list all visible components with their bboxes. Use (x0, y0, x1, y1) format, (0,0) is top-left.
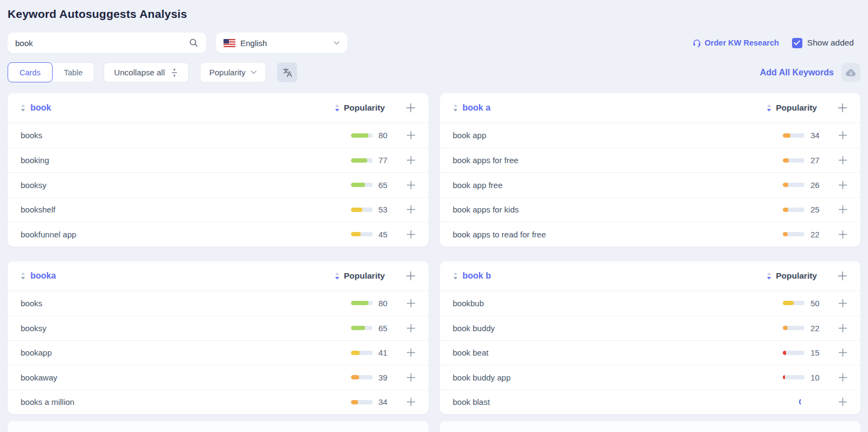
show-added-toggle[interactable]: Show added (792, 38, 854, 48)
card-title-sort[interactable]: booka (21, 271, 335, 281)
chevron-down-icon (334, 41, 340, 45)
popularity-sort[interactable]: Popularity (335, 103, 385, 113)
translate-button[interactable] (277, 62, 297, 82)
view-toggle-cards[interactable]: Cards (8, 62, 53, 82)
keyword-label: book beat (453, 348, 783, 357)
add-keyword-button[interactable] (406, 131, 416, 140)
add-keyword-button[interactable] (406, 348, 416, 357)
add-keyword-button[interactable] (406, 299, 416, 308)
search-input[interactable] (15, 38, 189, 48)
add-keyword-button[interactable] (406, 397, 416, 407)
uncollapse-all-button[interactable]: Uncollapse all (104, 62, 188, 82)
search-row: English Order KW Research (8, 33, 860, 53)
order-kw-research-label: Order KW Research (705, 38, 779, 47)
card-title-sort[interactable]: book b (453, 271, 767, 281)
add-all-keywords-link[interactable]: Add All Keywords (760, 68, 834, 78)
add-keyword-button[interactable] (838, 131, 847, 140)
sort-arrows-icon (335, 272, 340, 280)
show-added-checkbox[interactable] (792, 38, 802, 48)
popularity-value: 80 (379, 299, 388, 308)
add-keyword-button[interactable] (838, 373, 847, 382)
popularity-sort[interactable]: Popularity (335, 271, 385, 281)
loading-spinner (799, 398, 807, 406)
popularity-metric: 53 (351, 205, 392, 214)
keyword-row: booking 77 (8, 148, 429, 173)
sort-arrows-icon (21, 272, 25, 280)
add-keyword-button[interactable] (406, 230, 416, 239)
card-title-sort[interactable]: book a (453, 103, 767, 113)
keyword-row: book app 34 (440, 123, 861, 148)
popularity-bar (351, 232, 373, 236)
language-select[interactable]: English (216, 33, 347, 53)
keyword-row: bookaway 39 (8, 365, 429, 390)
sort-arrows-icon (767, 272, 771, 280)
add-card-keywords-button[interactable] (838, 103, 847, 113)
popularity-bar (783, 208, 805, 212)
add-keyword-button[interactable] (838, 156, 847, 165)
add-keyword-button[interactable] (406, 324, 416, 333)
popularity-value: 10 (810, 373, 820, 382)
view-toggle-table[interactable]: Table (53, 62, 95, 82)
keyword-label: book buddy (453, 324, 783, 333)
export-cloud-button[interactable] (841, 63, 860, 82)
keyword-label: book apps for free (453, 156, 783, 165)
add-keyword-button[interactable] (838, 230, 847, 239)
keyword-label: booksy (21, 180, 351, 190)
add-keyword-button[interactable] (838, 299, 847, 308)
card-title-sort[interactable]: book (21, 103, 335, 113)
search-icon[interactable] (189, 38, 199, 48)
add-card-keywords-button[interactable] (406, 103, 416, 113)
popularity-metric: 45 (351, 230, 392, 239)
headset-icon (692, 38, 701, 48)
add-keyword-button[interactable] (838, 180, 847, 190)
add-keyword-button[interactable] (406, 205, 416, 214)
sort-arrows-icon (21, 104, 25, 112)
card-stub (440, 421, 861, 432)
popularity-metric: 15 (783, 348, 824, 357)
popularity-value: 77 (379, 156, 388, 165)
popularity-metric: 27 (783, 156, 824, 165)
keyword-row: bookfunnel app 45 (8, 222, 429, 247)
order-kw-research-link[interactable]: Order KW Research (692, 38, 779, 48)
sort-by-selected-label: Popularity (209, 68, 246, 77)
popularity-column-label: Popularity (344, 271, 385, 281)
card-title: booka (30, 271, 56, 281)
keyword-card: book b Popularity (440, 261, 861, 415)
popularity-metric: 39 (351, 373, 392, 382)
keyword-rows: bookbub 50 book buddy 22 book beat 15 (440, 291, 861, 415)
popularity-bar (783, 133, 805, 138)
add-keyword-button[interactable] (406, 156, 416, 165)
keyword-row: book buddy 22 (440, 315, 861, 340)
popularity-metric: 22 (783, 324, 824, 333)
popularity-metric: 80 (351, 131, 392, 140)
popularity-metric: 34 (351, 397, 392, 407)
keyword-row: book app free 26 (440, 172, 861, 197)
add-keyword-button[interactable] (838, 205, 847, 214)
add-keyword-button[interactable] (838, 324, 847, 333)
add-keyword-button[interactable] (406, 180, 416, 190)
popularity-value: 50 (810, 299, 820, 308)
popularity-sort[interactable]: Popularity (767, 103, 817, 113)
page: Keyword Autosuggests Analysis (0, 0, 868, 432)
add-keyword-button[interactable] (838, 397, 847, 407)
add-keyword-button[interactable] (838, 348, 847, 357)
add-card-keywords-button[interactable] (838, 271, 847, 281)
popularity-sort[interactable]: Popularity (767, 271, 817, 281)
card-stub (8, 421, 429, 432)
add-card-keywords-button[interactable] (406, 271, 416, 281)
uncollapse-all-label: Uncollapse all (114, 68, 164, 77)
popularity-bar (351, 326, 373, 330)
keyword-row: bookbub 50 (440, 291, 861, 316)
keyword-label: books a million (21, 397, 351, 407)
card-title: book b (463, 271, 491, 281)
popularity-bar (351, 375, 373, 379)
keyword-card: book a Popularity (440, 93, 861, 247)
sort-by-dropdown[interactable]: Popularity (200, 62, 266, 82)
add-keyword-button[interactable] (406, 373, 416, 382)
popularity-value: 53 (379, 205, 388, 214)
popularity-metric: 65 (351, 180, 392, 190)
keyword-row: book beat 15 (440, 340, 861, 365)
keyword-label: bookfunnel app (21, 230, 351, 239)
language-selected-label: English (240, 38, 334, 48)
keyword-row: booksy 65 (8, 315, 429, 340)
